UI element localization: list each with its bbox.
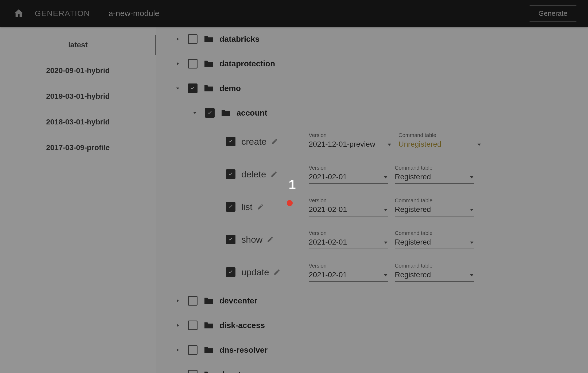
expand-toggle[interactable]: [175, 347, 180, 353]
dropdown-caret: [470, 238, 474, 246]
folder-icon: [203, 346, 214, 354]
expand-toggle[interactable]: [175, 36, 180, 42]
folder-icon: [203, 84, 214, 93]
checkbox-demo[interactable]: [188, 83, 198, 93]
sidebar-item-label: 2019-03-01-hybrid: [46, 92, 110, 101]
dropdown-caret: [384, 205, 388, 214]
expand-toggle[interactable]: [175, 86, 180, 91]
select-label: Command table: [395, 230, 474, 236]
command-table-select[interactable]: Command table Unregistered: [399, 132, 481, 151]
command-label: create: [241, 136, 267, 147]
tree-folder-devcenter[interactable]: devcenter: [156, 288, 588, 313]
caret-right-icon: [176, 323, 180, 327]
caret-right-icon: [176, 37, 180, 41]
app-header: GENERATION a-new-module Generate: [0, 0, 588, 27]
version-select[interactable]: Version 2021-02-01: [309, 197, 388, 216]
tree-folder-dataprotection[interactable]: dataprotection: [156, 51, 588, 76]
expand-toggle[interactable]: [175, 298, 180, 303]
select-value: 2021-02-01: [309, 271, 347, 279]
sidebar-item-2017-03-09-profile[interactable]: 2017-03-09-profile: [0, 135, 156, 161]
tree-command-create: create Version 2021-12-01-preview Comman…: [156, 125, 588, 158]
folder-icon: [203, 59, 214, 68]
sidebar-item-latest[interactable]: latest: [0, 32, 156, 58]
sidebar-item-2019-03-01-hybrid[interactable]: 2019-03-01-hybrid: [0, 83, 156, 109]
edit-button[interactable]: [273, 269, 280, 276]
command-table-select[interactable]: Command table Registered: [395, 263, 474, 282]
checkbox-update[interactable]: [226, 267, 235, 277]
version-select[interactable]: Version 2021-12-01-preview: [309, 132, 392, 151]
caret-down-icon: [384, 208, 388, 212]
tree-command-update: update Version 2021-02-01 Command table …: [156, 256, 588, 288]
edit-button[interactable]: [267, 236, 274, 243]
sidebar-item-2018-03-01-hybrid[interactable]: 2018-03-01-hybrid: [0, 109, 156, 135]
select-value: 2021-02-01: [309, 238, 347, 246]
version-select[interactable]: Version 2021-02-01: [309, 263, 388, 282]
sidebar-item-2020-09-01-hybrid[interactable]: 2020-09-01-hybrid: [0, 58, 156, 83]
select-value: 2021-02-01: [309, 173, 347, 181]
tree-folder-account[interactable]: account: [156, 101, 588, 125]
checkbox-dns-resolver[interactable]: [188, 345, 198, 355]
version-select[interactable]: Version 2021-02-01: [309, 165, 388, 184]
home-button[interactable]: [13, 8, 24, 19]
dropdown-caret: [387, 140, 392, 149]
expand-toggle[interactable]: [175, 323, 180, 328]
command-label: delete: [241, 169, 266, 180]
main-area: latest 2020-09-01-hybrid 2019-03-01-hybr…: [0, 27, 588, 373]
select-value: 2021-12-01-preview: [309, 140, 375, 149]
select-value: Unregistered: [399, 140, 441, 149]
checkbox-dynatrace[interactable]: [188, 370, 198, 373]
dropdown-caret: [470, 205, 474, 214]
expand-toggle[interactable]: [192, 110, 198, 116]
caret-down-icon: [176, 86, 180, 90]
select-label: Version: [309, 263, 388, 269]
checkbox-disk-access[interactable]: [188, 321, 198, 330]
checkbox-create[interactable]: [226, 137, 235, 146]
command-table-select[interactable]: Command table Registered: [395, 230, 474, 249]
tree-command-delete: delete Version 2021-02-01 Command table …: [156, 158, 588, 191]
command-table-select[interactable]: Command table Registered: [395, 197, 474, 216]
select-label: Version: [309, 132, 392, 138]
select-label: Command table: [399, 132, 481, 138]
expand-toggle[interactable]: [175, 372, 180, 373]
checkbox-list[interactable]: [226, 202, 235, 212]
command-tree[interactable]: databricks dataprotection demo account: [156, 27, 588, 373]
profile-sidebar: latest 2020-09-01-hybrid 2019-03-01-hybr…: [0, 27, 156, 373]
folder-label: demo: [219, 84, 241, 93]
home-icon: [13, 8, 24, 19]
select-label: Command table: [395, 165, 474, 171]
edit-button[interactable]: [257, 203, 264, 210]
caret-right-icon: [176, 62, 180, 66]
pencil-icon: [273, 269, 280, 276]
edit-button[interactable]: [271, 138, 278, 145]
brand-label: GENERATION: [35, 9, 90, 18]
expand-toggle[interactable]: [175, 61, 180, 66]
folder-icon: [220, 109, 231, 117]
tree-folder-databricks[interactable]: databricks: [156, 27, 588, 51]
checkbox-devcenter[interactable]: [188, 296, 198, 306]
checkbox-account[interactable]: [205, 108, 215, 118]
caret-right-icon: [176, 348, 180, 352]
checkbox-dataprotection[interactable]: [188, 59, 198, 68]
version-select[interactable]: Version 2021-02-01: [309, 230, 388, 249]
checkbox-databricks[interactable]: [188, 34, 198, 44]
tree-folder-demo[interactable]: demo: [156, 76, 588, 101]
select-label: Command table: [395, 263, 474, 269]
select-label: Version: [309, 197, 388, 204]
generate-button[interactable]: Generate: [529, 5, 577, 22]
command-table-select[interactable]: Command table Registered: [395, 165, 474, 184]
folder-icon: [203, 296, 214, 305]
tree-folder-dynatrace[interactable]: dynatrace: [156, 362, 588, 373]
select-value: Registered: [395, 271, 431, 279]
checkbox-show[interactable]: [226, 235, 235, 244]
edit-button[interactable]: [270, 171, 277, 178]
checkbox-delete[interactable]: [226, 169, 235, 179]
check-icon: [227, 138, 234, 145]
tree-folder-disk-access[interactable]: disk-access: [156, 313, 588, 338]
check-icon: [227, 171, 234, 177]
module-name: a-new-module: [109, 9, 159, 18]
tree-folder-dns-resolver[interactable]: dns-resolver: [156, 338, 588, 362]
dropdown-caret: [384, 238, 388, 246]
caret-down-icon: [470, 240, 474, 245]
caret-down-icon: [384, 273, 388, 277]
folder-label: databricks: [219, 35, 260, 44]
